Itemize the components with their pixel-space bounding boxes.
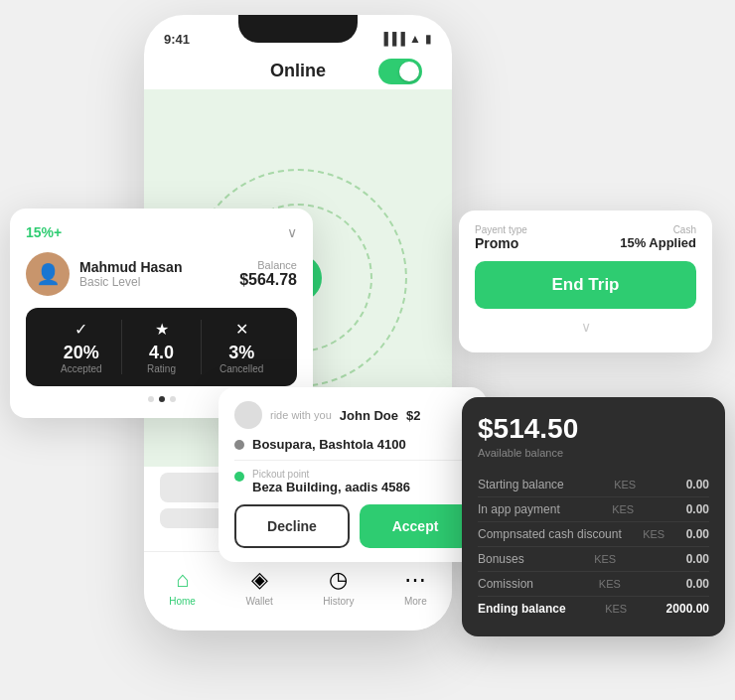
end-trip-button[interactable]: End Trip — [475, 261, 696, 309]
inapp-currency: KES — [612, 503, 634, 515]
home-icon: ⌂ — [176, 567, 189, 593]
promo-applied: 15% Applied — [620, 235, 696, 250]
balance-bonuses-row: Bonuses KES 0.00 — [478, 547, 709, 572]
driver-info-row: 👤 Mahmud Hasan Basic Level Balance $564.… — [26, 252, 297, 296]
driver-card-header: 15%+ ∨ — [26, 224, 297, 240]
top-bar: Online — [144, 53, 452, 89]
cashdisc-value: 0.00 — [686, 527, 709, 541]
nav-more[interactable]: ⋯ More — [404, 567, 427, 607]
payment-type-value: Promo — [475, 235, 527, 251]
cashdisc-currency: KES — [643, 528, 664, 540]
driver-text-block: Mahmud Hasan Basic Level — [79, 259, 229, 289]
ending-currency: KES — [605, 603, 627, 615]
decline-button[interactable]: Decline — [234, 504, 350, 548]
end-trip-chevron-icon: ∨ — [475, 315, 696, 339]
ride-with-label: ride with you — [270, 409, 332, 421]
chevron-down-icon[interactable]: ∨ — [287, 224, 297, 240]
balance-starting-row: Starting balance KES 0.00 — [478, 473, 709, 497]
driver-avatar: 👤 — [26, 252, 70, 296]
commission-label: Comission — [478, 577, 533, 591]
driver-balance-block: Balance $564.78 — [239, 259, 297, 289]
ride-request-card: ride with you John Doe $2 Bosupara, Bash… — [219, 387, 487, 562]
ending-value: 2000.00 — [666, 602, 709, 616]
driver-level: Basic Level — [79, 275, 229, 289]
bonuses-label: Bonuses — [478, 552, 524, 566]
balance-cashdisc-row: Compnsated cash discount KES 0.00 — [478, 522, 709, 547]
nav-more-label: More — [404, 596, 427, 607]
dot-2 — [159, 396, 165, 402]
balance-big-amount: $514.50 — [478, 413, 709, 445]
pickup-point-row: Pickout point Beza Building, aadis 4586 — [234, 469, 471, 494]
from-address: Bosupara, Bashtola 4100 — [252, 437, 471, 452]
from-text-block: Bosupara, Bashtola 4100 — [252, 437, 471, 452]
cashdisc-label: Compnsated cash discount — [478, 527, 622, 541]
promo-info-block: Cash 15% Applied — [620, 224, 696, 250]
payment-type-label: Payent type — [475, 224, 527, 235]
stat-accepted: ✓ 20% Accepted — [42, 320, 122, 374]
inapp-value: 0.00 — [686, 502, 709, 516]
commission-value: 0.00 — [686, 577, 709, 591]
stat-cancelled: ✕ 3% Cancelled — [202, 320, 281, 374]
stats-card: ✓ 20% Accepted ★ 4.0 Rating ✕ 3% Cancell… — [26, 308, 297, 386]
available-balance-label: Available balance — [478, 447, 709, 459]
battery-icon: ▮ — [425, 32, 432, 46]
balance-commission-row: Comission KES 0.00 — [478, 572, 709, 597]
passenger-text: ride with you — [270, 408, 332, 422]
stat-cancelled-value: 3% — [202, 343, 281, 363]
stat-rating: ★ 4.0 Rating — [122, 320, 203, 374]
cancel-icon: ✕ — [202, 320, 281, 339]
stat-accepted-label: Accepted — [42, 363, 121, 374]
nav-wallet[interactable]: ◈ Wallet — [245, 567, 272, 607]
nav-home-label: Home — [169, 596, 196, 607]
status-time: 9:41 — [164, 32, 190, 47]
passenger-row: ride with you John Doe $2 — [234, 401, 471, 429]
promo-badge: 15%+ — [26, 224, 62, 240]
dot-1 — [148, 396, 154, 402]
phone-notch — [238, 15, 358, 43]
stat-rating-value: 4.0 — [122, 343, 202, 363]
star-icon: ★ — [122, 320, 202, 339]
online-toggle[interactable] — [378, 59, 422, 84]
signal-icon: ▐▐▐ — [380, 32, 406, 46]
ride-action-buttons: Decline Accept — [234, 504, 471, 548]
stat-cancelled-label: Cancelled — [202, 363, 281, 374]
driver-name: Mahmud Hasan — [79, 259, 229, 275]
passenger-amount: $2 — [406, 408, 420, 423]
stat-rating-label: Rating — [122, 363, 202, 374]
from-dot-icon — [234, 440, 244, 450]
accept-button[interactable]: Accept — [360, 504, 471, 548]
ending-balance-label: Ending balance — [478, 602, 566, 616]
wallet-icon: ◈ — [251, 567, 268, 593]
pickup-from-row: Bosupara, Bashtola 4100 — [234, 437, 471, 452]
history-icon: ◷ — [329, 567, 348, 593]
commission-currency: KES — [599, 578, 621, 590]
ride-divider — [234, 460, 471, 461]
pickup-text-block: Pickout point Beza Building, aadis 4586 — [252, 469, 471, 494]
bonuses-currency: KES — [594, 553, 616, 565]
balance-label: Balance — [239, 259, 297, 271]
dot-3 — [170, 396, 176, 402]
pickup-dot-icon — [234, 472, 244, 482]
pickup-address: Beza Building, aadis 4586 — [252, 480, 471, 494]
balance-ending-row: Ending balance KES 2000.00 — [478, 597, 709, 621]
inapp-payment-label: In app payment — [478, 502, 560, 516]
nav-history[interactable]: ◷ History — [323, 567, 354, 607]
balance-amount: $564.78 — [239, 271, 297, 289]
starting-balance-label: Starting balance — [478, 478, 564, 491]
bonuses-value: 0.00 — [686, 552, 709, 566]
nav-history-label: History — [323, 596, 354, 607]
nav-home[interactable]: ⌂ Home — [169, 567, 196, 607]
wifi-icon: ▲ — [409, 32, 421, 46]
end-trip-header: Payent type Promo Cash 15% Applied — [475, 224, 696, 251]
balance-card: $514.50 Available balance Starting balan… — [462, 397, 725, 636]
balance-inapp-row: In app payment KES 0.00 — [478, 497, 709, 522]
cash-label: Cash — [620, 224, 696, 235]
more-icon: ⋯ — [404, 567, 426, 593]
nav-wallet-label: Wallet — [245, 596, 272, 607]
status-icons: ▐▐▐ ▲ ▮ — [380, 32, 432, 46]
check-circle-icon: ✓ — [42, 320, 121, 339]
passenger-avatar — [234, 401, 262, 429]
stat-accepted-value: 20% — [42, 343, 121, 363]
end-trip-card: Payent type Promo Cash 15% Applied End T… — [459, 210, 712, 352]
pickup-sublabel: Pickout point — [252, 469, 471, 480]
